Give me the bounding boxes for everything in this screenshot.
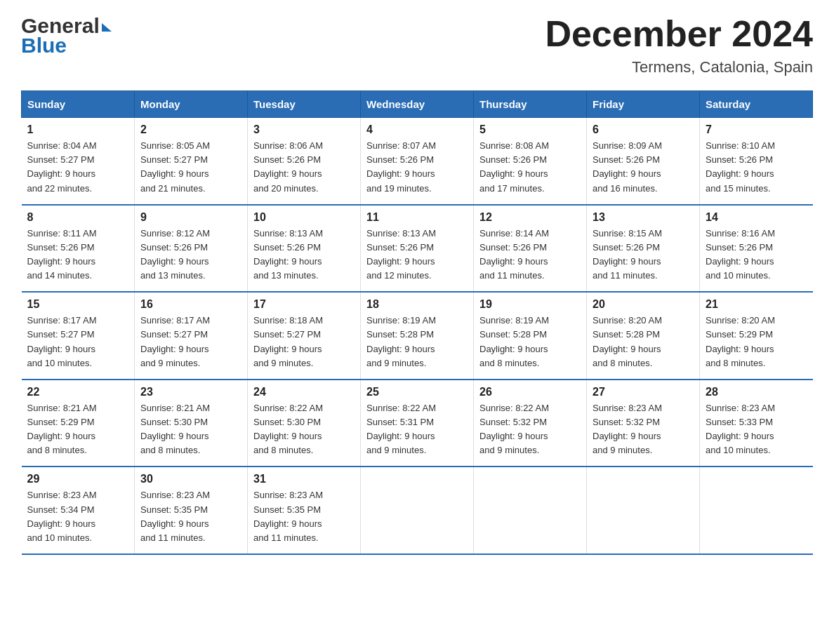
calendar-cell: 25Sunrise: 8:22 AMSunset: 5:31 PMDayligh…	[361, 380, 474, 467]
day-number: 22	[27, 386, 129, 398]
day-number: 8	[27, 211, 129, 224]
day-info: Sunrise: 8:09 AMSunset: 5:26 PMDaylight:…	[593, 139, 694, 196]
calendar-header-row: SundayMondayTuesdayWednesdayThursdayFrid…	[22, 91, 813, 118]
page-header: General Blue December 2024 Termens, Cata…	[21, 14, 813, 76]
calendar-cell: 30Sunrise: 8:23 AMSunset: 5:35 PMDayligh…	[135, 467, 248, 554]
day-number: 4	[366, 123, 468, 136]
day-info: Sunrise: 8:11 AMSunset: 5:26 PMDaylight:…	[27, 227, 129, 283]
day-number: 7	[706, 123, 807, 136]
calendar-cell: 10Sunrise: 8:13 AMSunset: 5:26 PMDayligh…	[248, 205, 361, 293]
logo: General Blue	[21, 14, 112, 58]
day-info: Sunrise: 8:08 AMSunset: 5:26 PMDaylight:…	[479, 139, 581, 196]
calendar-cell: 11Sunrise: 8:13 AMSunset: 5:26 PMDayligh…	[361, 205, 474, 293]
calendar-cell: 5Sunrise: 8:08 AMSunset: 5:26 PMDaylight…	[474, 118, 587, 205]
calendar-cell: 19Sunrise: 8:19 AMSunset: 5:28 PMDayligh…	[474, 292, 587, 380]
calendar-cell: 20Sunrise: 8:20 AMSunset: 5:28 PMDayligh…	[587, 292, 700, 380]
day-info: Sunrise: 8:21 AMSunset: 5:29 PMDaylight:…	[27, 401, 129, 458]
subtitle: Termens, Catalonia, Spain	[545, 58, 813, 76]
day-number: 24	[253, 386, 355, 398]
day-number: 16	[140, 298, 241, 311]
day-info: Sunrise: 8:05 AMSunset: 5:27 PMDaylight:…	[140, 139, 241, 196]
week-row-1: 1Sunrise: 8:04 AMSunset: 5:27 PMDaylight…	[22, 118, 813, 205]
day-number: 27	[593, 386, 694, 398]
calendar-cell: 15Sunrise: 8:17 AMSunset: 5:27 PMDayligh…	[22, 292, 135, 380]
day-number: 3	[253, 123, 355, 136]
calendar-cell: 7Sunrise: 8:10 AMSunset: 5:26 PMDaylight…	[700, 118, 813, 205]
day-number: 9	[140, 211, 241, 224]
logo-arrow-icon	[102, 23, 112, 32]
calendar-cell: 16Sunrise: 8:17 AMSunset: 5:27 PMDayligh…	[135, 292, 248, 380]
calendar-cell: 4Sunrise: 8:07 AMSunset: 5:26 PMDaylight…	[361, 118, 474, 205]
calendar-cell: 17Sunrise: 8:18 AMSunset: 5:27 PMDayligh…	[248, 292, 361, 380]
day-number: 19	[479, 298, 581, 311]
day-number: 21	[706, 298, 807, 311]
day-number: 6	[593, 123, 694, 136]
day-number: 1	[27, 123, 129, 136]
day-info: Sunrise: 8:19 AMSunset: 5:28 PMDaylight:…	[366, 314, 468, 370]
day-info: Sunrise: 8:23 AMSunset: 5:35 PMDaylight:…	[140, 488, 241, 545]
day-info: Sunrise: 8:18 AMSunset: 5:27 PMDaylight:…	[253, 314, 355, 370]
day-info: Sunrise: 8:06 AMSunset: 5:26 PMDaylight:…	[253, 139, 355, 196]
calendar-cell	[361, 467, 474, 554]
day-info: Sunrise: 8:23 AMSunset: 5:34 PMDaylight:…	[27, 488, 129, 545]
calendar-cell: 24Sunrise: 8:22 AMSunset: 5:30 PMDayligh…	[248, 380, 361, 467]
calendar-cell: 12Sunrise: 8:14 AMSunset: 5:26 PMDayligh…	[474, 205, 587, 293]
calendar-cell: 2Sunrise: 8:05 AMSunset: 5:27 PMDaylight…	[135, 118, 248, 205]
day-number: 28	[706, 386, 807, 398]
header-tuesday: Tuesday	[248, 91, 361, 118]
calendar-cell: 13Sunrise: 8:15 AMSunset: 5:26 PMDayligh…	[587, 205, 700, 293]
calendar-cell: 22Sunrise: 8:21 AMSunset: 5:29 PMDayligh…	[22, 380, 135, 467]
header-thursday: Thursday	[474, 91, 587, 118]
day-info: Sunrise: 8:22 AMSunset: 5:32 PMDaylight:…	[479, 401, 581, 458]
day-number: 18	[366, 298, 468, 311]
day-number: 29	[27, 473, 129, 485]
header-saturday: Saturday	[700, 91, 813, 118]
calendar-table: SundayMondayTuesdayWednesdayThursdayFrid…	[21, 90, 813, 555]
day-number: 25	[366, 386, 468, 398]
header-wednesday: Wednesday	[361, 91, 474, 118]
day-number: 10	[253, 211, 355, 224]
day-info: Sunrise: 8:14 AMSunset: 5:26 PMDaylight:…	[479, 227, 581, 283]
calendar-cell	[587, 467, 700, 554]
day-info: Sunrise: 8:15 AMSunset: 5:26 PMDaylight:…	[593, 227, 694, 283]
calendar-cell	[474, 467, 587, 554]
day-info: Sunrise: 8:13 AMSunset: 5:26 PMDaylight:…	[366, 227, 468, 283]
day-number: 30	[140, 473, 241, 485]
day-info: Sunrise: 8:17 AMSunset: 5:27 PMDaylight:…	[140, 314, 241, 370]
header-monday: Monday	[135, 91, 248, 118]
calendar-cell: 1Sunrise: 8:04 AMSunset: 5:27 PMDaylight…	[22, 118, 135, 205]
day-info: Sunrise: 8:07 AMSunset: 5:26 PMDaylight:…	[366, 139, 468, 196]
day-number: 13	[593, 211, 694, 224]
day-info: Sunrise: 8:23 AMSunset: 5:33 PMDaylight:…	[706, 401, 807, 458]
day-number: 11	[366, 211, 468, 224]
day-info: Sunrise: 8:23 AMSunset: 5:32 PMDaylight:…	[593, 401, 694, 458]
day-number: 2	[140, 123, 241, 136]
header-sunday: Sunday	[22, 91, 135, 118]
calendar-cell: 28Sunrise: 8:23 AMSunset: 5:33 PMDayligh…	[700, 380, 813, 467]
calendar-cell: 3Sunrise: 8:06 AMSunset: 5:26 PMDaylight…	[248, 118, 361, 205]
day-info: Sunrise: 8:10 AMSunset: 5:26 PMDaylight:…	[706, 139, 807, 196]
title-block: December 2024 Termens, Catalonia, Spain	[545, 14, 813, 76]
header-friday: Friday	[587, 91, 700, 118]
logo-blue: Blue	[21, 34, 67, 58]
calendar-cell: 29Sunrise: 8:23 AMSunset: 5:34 PMDayligh…	[22, 467, 135, 554]
day-number: 12	[479, 211, 581, 224]
day-info: Sunrise: 8:17 AMSunset: 5:27 PMDaylight:…	[27, 314, 129, 370]
calendar-cell: 23Sunrise: 8:21 AMSunset: 5:30 PMDayligh…	[135, 380, 248, 467]
day-number: 5	[479, 123, 581, 136]
day-number: 15	[27, 298, 129, 311]
calendar-cell: 6Sunrise: 8:09 AMSunset: 5:26 PMDaylight…	[587, 118, 700, 205]
day-info: Sunrise: 8:19 AMSunset: 5:28 PMDaylight:…	[479, 314, 581, 370]
calendar-cell: 9Sunrise: 8:12 AMSunset: 5:26 PMDaylight…	[135, 205, 248, 293]
calendar-cell: 31Sunrise: 8:23 AMSunset: 5:35 PMDayligh…	[248, 467, 361, 554]
calendar-cell: 8Sunrise: 8:11 AMSunset: 5:26 PMDaylight…	[22, 205, 135, 293]
day-info: Sunrise: 8:16 AMSunset: 5:26 PMDaylight:…	[706, 227, 807, 283]
day-info: Sunrise: 8:13 AMSunset: 5:26 PMDaylight:…	[253, 227, 355, 283]
day-number: 23	[140, 386, 241, 398]
day-info: Sunrise: 8:12 AMSunset: 5:26 PMDaylight:…	[140, 227, 241, 283]
week-row-5: 29Sunrise: 8:23 AMSunset: 5:34 PMDayligh…	[22, 467, 813, 554]
day-number: 20	[593, 298, 694, 311]
week-row-4: 22Sunrise: 8:21 AMSunset: 5:29 PMDayligh…	[22, 380, 813, 467]
main-title: December 2024	[545, 14, 813, 54]
week-row-2: 8Sunrise: 8:11 AMSunset: 5:26 PMDaylight…	[22, 205, 813, 293]
